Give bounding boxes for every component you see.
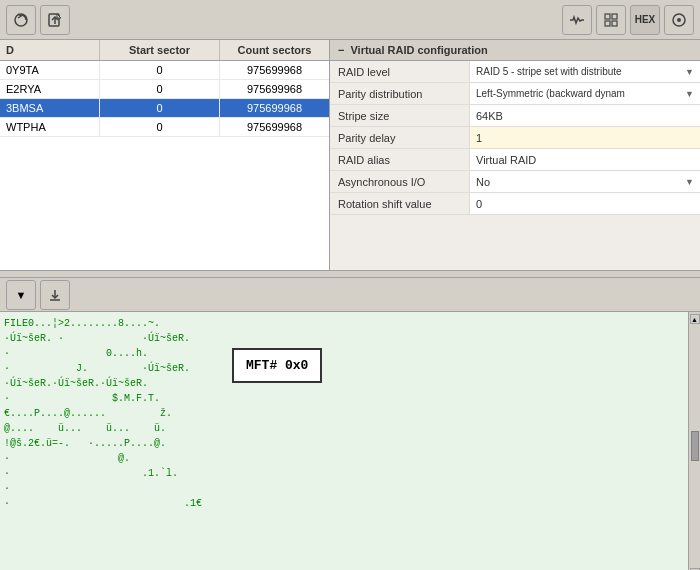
config-val-text: Virtual RAID <box>476 154 536 166</box>
hex-highlight-text: MFT# 0x0 <box>246 358 308 373</box>
config-row-raid-level: RAID level RAID 5 - stripe set with dist… <box>330 61 700 83</box>
config-title: Virtual RAID configuration <box>350 44 487 56</box>
config-label-stripe-size: Stripe size <box>330 105 470 126</box>
config-value-rotation-shift: 0 <box>470 193 700 214</box>
config-value-async-io[interactable]: No ▼ <box>470 171 700 192</box>
cell-start-0: 0 <box>100 61 220 79</box>
disk-table-panel: D Start sector Count sectors 0Y9TA 0 975… <box>0 40 330 270</box>
toolbar-btn-rotate[interactable] <box>6 5 36 35</box>
hex-line: · <box>4 481 684 496</box>
hex-line: ·Úï~šeR.·Úï~šeR.·Úï~šeR. <box>4 376 684 391</box>
svg-rect-5 <box>612 21 617 26</box>
config-val-text: Left-Symmetric (backward dynam <box>476 88 625 99</box>
hex-line: !@š.2€.ü=-. ·.....P....@. <box>4 436 684 451</box>
scroll-thumb[interactable] <box>691 431 699 461</box>
heartbeat-icon <box>569 12 585 28</box>
cell-count-1: 975699968 <box>220 80 330 98</box>
config-val-text: 64KB <box>476 110 503 122</box>
hex-line: · .1€ <box>4 496 684 511</box>
col-header-d: D <box>0 40 100 60</box>
config-row-async-io: Asynchronous I/O No ▼ <box>330 171 700 193</box>
hex-scrollbar: ▲ ▼ <box>688 312 700 570</box>
toolbar-btn-down-tri[interactable]: ▼ <box>6 280 36 310</box>
config-label-rotation-shift: Rotation shift value <box>330 193 470 214</box>
config-label-raid-alias: RAID alias <box>330 149 470 170</box>
toolbar-btn-grid[interactable] <box>596 5 626 35</box>
config-row-stripe-size: Stripe size 64KB <box>330 105 700 127</box>
config-val-text: No <box>476 176 490 188</box>
table-row-selected[interactable]: 3BMSA 0 975699968 <box>0 99 329 118</box>
config-row-parity-delay: Parity delay 1 <box>330 127 700 149</box>
hex-line: · .1.`l. <box>4 466 684 481</box>
table-row[interactable]: WTPHA 0 975699968 <box>0 118 329 137</box>
config-val-text: RAID 5 - stripe set with distribute <box>476 66 622 77</box>
config-row-parity-dist: Parity distribution Left-Symmetric (back… <box>330 83 700 105</box>
config-minus-icon[interactable]: − <box>338 44 344 56</box>
hex-highlight-box: MFT# 0x0 <box>232 348 322 383</box>
hex-line: ·Úï~šeR. · ·Úï~šeR. <box>4 331 684 346</box>
col-header-count: Count sectors <box>220 40 330 60</box>
hex-line: · J. ·Úï~šeR. <box>4 361 684 376</box>
cell-count-2: 975699968 <box>220 99 330 117</box>
toolbar-btn-download[interactable] <box>40 280 70 310</box>
hex-label: HEX <box>635 14 656 25</box>
config-value-raid-level[interactable]: RAID 5 - stripe set with distribute ▼ <box>470 61 700 82</box>
dropdown-arrow-icon[interactable]: ▼ <box>685 177 694 187</box>
cell-count-3: 975699968 <box>220 118 330 136</box>
config-val-text: 0 <box>476 198 482 210</box>
hex-line: · @. <box>4 451 684 466</box>
down-triangle-icon: ▼ <box>16 289 27 301</box>
rotate-icon <box>13 12 29 28</box>
col-header-start: Start sector <box>100 40 220 60</box>
cell-d-2: 3BMSA <box>0 99 100 117</box>
config-value-raid-alias: Virtual RAID <box>470 149 700 170</box>
cell-start-1: 0 <box>100 80 220 98</box>
cell-start-3: 0 <box>100 118 220 136</box>
dropdown-arrow-icon[interactable]: ▼ <box>685 67 694 77</box>
config-val-text: 1 <box>476 132 482 144</box>
hex-line: · 0....h. <box>4 346 684 361</box>
toolbar-btn-hex[interactable]: HEX <box>630 5 660 35</box>
cell-count-0: 975699968 <box>220 61 330 79</box>
download-icon <box>47 287 63 303</box>
svg-rect-2 <box>605 14 610 19</box>
second-toolbar: ▼ <box>0 278 700 312</box>
top-toolbar: HEX <box>0 0 700 40</box>
grid-icon <box>603 12 619 28</box>
hex-line: FILE0...¦>2........8....~. <box>4 316 684 331</box>
dropdown-arrow-icon[interactable]: ▼ <box>685 89 694 99</box>
svg-point-7 <box>677 18 681 22</box>
toolbar-btn-heartbeat[interactable] <box>562 5 592 35</box>
table-header: D Start sector Count sectors <box>0 40 329 61</box>
config-label-parity-delay: Parity delay <box>330 127 470 148</box>
hex-view-container: FILE0...¦>2........8....~. ·Úï~šeR. · ·Ú… <box>0 312 700 570</box>
config-label-raid-level: RAID level <box>330 61 470 82</box>
cell-d-1: E2RYA <box>0 80 100 98</box>
config-value-parity-delay: 1 <box>470 127 700 148</box>
hex-view[interactable]: FILE0...¦>2........8....~. ·Úï~šeR. · ·Ú… <box>0 312 688 570</box>
main-content: D Start sector Count sectors 0Y9TA 0 975… <box>0 40 700 270</box>
table-row[interactable]: 0Y9TA 0 975699968 <box>0 61 329 80</box>
toolbar-btn-export[interactable] <box>40 5 70 35</box>
section-divider <box>0 270 700 278</box>
config-value-parity-dist[interactable]: Left-Symmetric (backward dynam ▼ <box>470 83 700 104</box>
export-icon <box>47 12 63 28</box>
toolbar-btn-circle[interactable] <box>664 5 694 35</box>
svg-rect-3 <box>612 14 617 19</box>
config-label-async-io: Asynchronous I/O <box>330 171 470 192</box>
config-value-stripe-size: 64KB <box>470 105 700 126</box>
cell-start-2: 0 <box>100 99 220 117</box>
hex-line: €....P....@...... ž. <box>4 406 684 421</box>
config-panel: − Virtual RAID configuration RAID level … <box>330 40 700 270</box>
config-row-rotation-shift: Rotation shift value 0 <box>330 193 700 215</box>
svg-rect-4 <box>605 21 610 26</box>
config-label-parity-dist: Parity distribution <box>330 83 470 104</box>
table-row[interactable]: E2RYA 0 975699968 <box>0 80 329 99</box>
cell-d-3: WTPHA <box>0 118 100 136</box>
cell-d-0: 0Y9TA <box>0 61 100 79</box>
scroll-up-arrow[interactable]: ▲ <box>690 314 700 324</box>
toolbar-right: HEX <box>562 5 694 35</box>
toolbar-left <box>6 5 70 35</box>
circle-icon <box>671 12 687 28</box>
config-header: − Virtual RAID configuration <box>330 40 700 61</box>
